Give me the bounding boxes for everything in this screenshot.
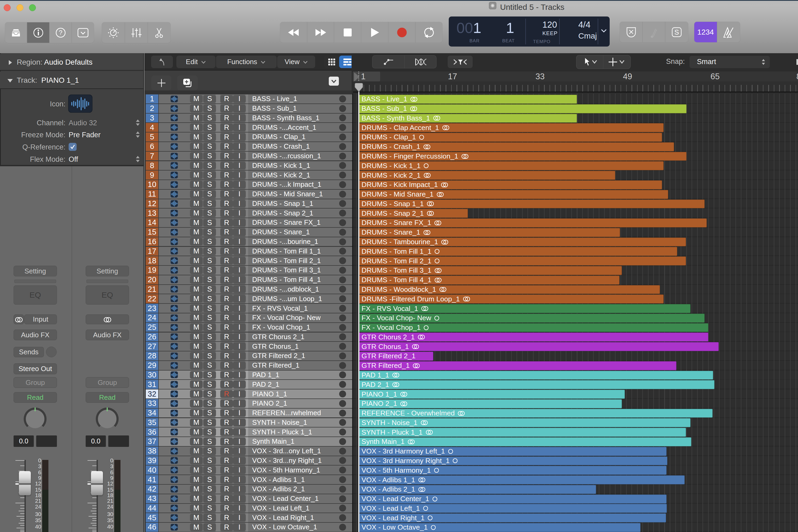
svg-text:?: ? bbox=[59, 29, 62, 36]
svg-text:S: S bbox=[674, 28, 679, 36]
